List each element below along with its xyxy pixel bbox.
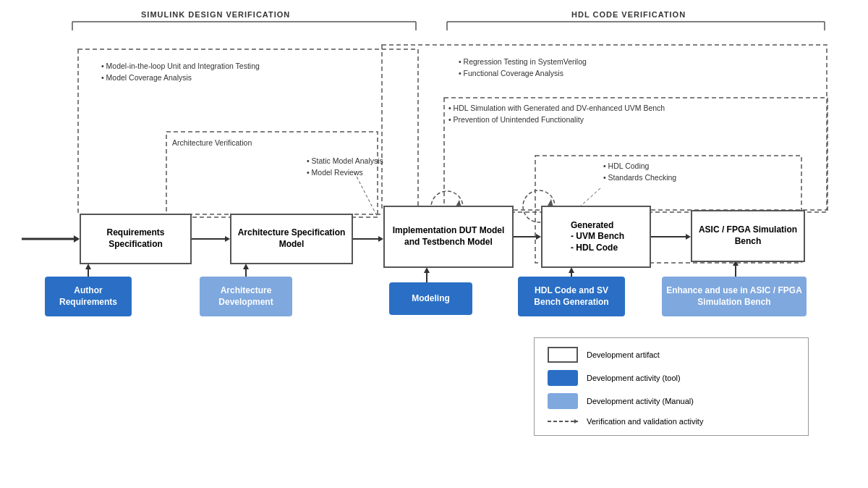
svg-marker-11	[243, 264, 249, 269]
hdl-gen-box: HDL Code and SV Bench Generation	[518, 277, 625, 316]
hdl-sim-annotation: • HDL Simulation with Generated and DV-e…	[448, 103, 665, 126]
svg-marker-21	[686, 234, 691, 240]
legend-artifact-label: Development artifact	[587, 350, 660, 359]
svg-marker-38	[574, 419, 578, 424]
diagram: Simulink Design Verification HDL Code Ve…	[0, 0, 868, 488]
static-model-annotation: • Static Model Analysis• Model Reviews	[307, 156, 383, 179]
svg-line-36	[579, 188, 600, 208]
author-req-box: Author Requirements	[45, 277, 132, 316]
hdl-coding-annotation: • HDL Coding• Standards Checking	[603, 161, 676, 184]
legend-tool: Development activity (tool)	[548, 370, 795, 386]
legend-artifact: Development artifact	[548, 347, 795, 363]
requirements-spec-box: Requirements Specification	[80, 214, 192, 264]
svg-marker-25	[74, 235, 80, 243]
svg-marker-17	[536, 234, 541, 240]
generated-box: Generated- UVM Bench- HDL Code	[541, 206, 651, 268]
hdl-label: HDL Code Verification	[571, 10, 686, 19]
legend-tool-label: Development activity (tool)	[587, 374, 681, 382]
legend-manual-icon	[548, 393, 578, 409]
svg-marker-7	[85, 264, 91, 269]
simulink-top-annotation: • Model-in-the-loop Unit and Integration…	[101, 61, 260, 84]
legend-dash-label: Verification and validation activity	[587, 417, 703, 426]
regression-annotation: • Regression Testing in SystemVerilog• F…	[459, 56, 587, 80]
modeling-box: Modeling	[389, 282, 472, 315]
arch-dev-box: Architecture Development	[200, 277, 292, 316]
svg-marker-19	[569, 267, 574, 273]
arch-spec-box: Architecture Specification Model	[230, 214, 353, 264]
enhance-asic-box: Enhance and use in ASIC / FPGA Simulatio…	[662, 277, 807, 316]
svg-marker-13	[378, 236, 383, 242]
legend: Development artifact Development activit…	[534, 337, 809, 436]
svg-line-35	[354, 172, 378, 217]
legend-dash-icon	[548, 416, 578, 426]
svg-rect-32	[382, 45, 827, 210]
legend-dash: Verification and validation activity	[548, 416, 795, 426]
svg-marker-9	[225, 236, 230, 242]
legend-box-icon	[548, 347, 578, 363]
simulink-label: Simulink Design Verification	[141, 10, 290, 19]
legend-manual: Development activity (Manual)	[548, 393, 795, 409]
impl-dut-box: Implementation DUT Model and Testbench M…	[383, 206, 514, 268]
asic-fpga-box: ASIC / FPGA Simulation Bench	[691, 210, 805, 262]
svg-marker-15	[424, 267, 430, 273]
arch-verif-annotation: Architecture Verification	[172, 138, 252, 149]
legend-tool-icon	[548, 370, 578, 386]
legend-manual-label: Development activity (Manual)	[587, 397, 694, 405]
